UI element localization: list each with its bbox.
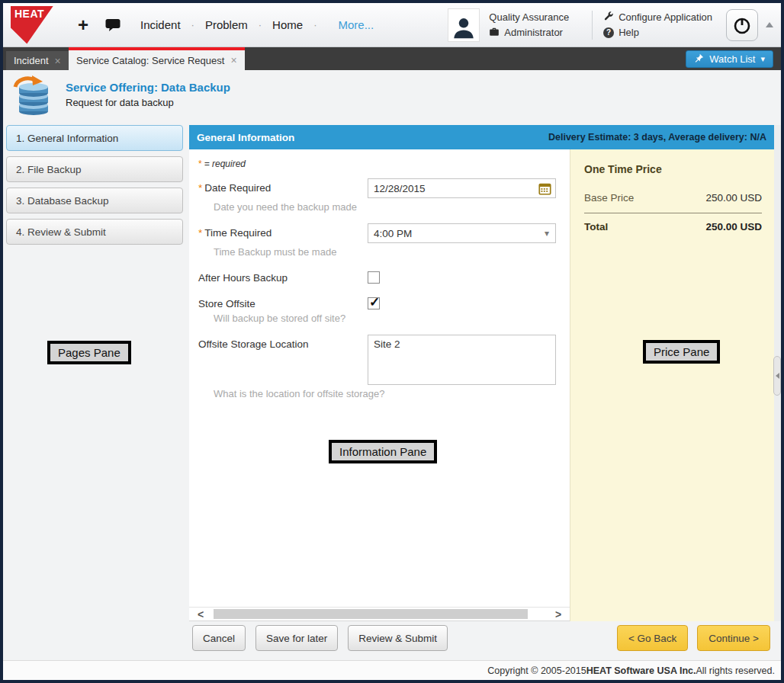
required-note-text: = required bbox=[204, 159, 246, 169]
watch-list-label: Watch List bbox=[709, 53, 755, 65]
required-asterisk: * bbox=[198, 159, 202, 169]
company-name: HEAT Software USA Inc. bbox=[586, 665, 696, 676]
delivery-estimate: Delivery Estimate: 3 days, Average deliv… bbox=[548, 132, 766, 143]
price-pane-annotation: Price Pane bbox=[643, 340, 720, 364]
price-title: One Time Price bbox=[584, 163, 762, 175]
pages-pane-annotation: Pages Pane bbox=[47, 341, 131, 364]
configure-application-link[interactable]: Configure Application bbox=[619, 11, 712, 23]
tab-label: Service Catalog: Service Request bbox=[76, 55, 224, 66]
copyright-suffix: All rights reserved. bbox=[696, 665, 775, 676]
user-name: Quality Assurance bbox=[489, 11, 569, 23]
copyright-prefix: Copyright © 2005-2015 bbox=[487, 665, 586, 676]
field-hint-store-offsite: Will backup be stored off site? bbox=[214, 313, 561, 324]
menu-separator: · bbox=[259, 19, 262, 30]
time-required-select[interactable]: 4:00 PM ▾ bbox=[368, 223, 556, 243]
user-role: Administrator bbox=[504, 27, 563, 38]
help-link[interactable]: Help bbox=[619, 27, 639, 38]
page-step-database-backup[interactable]: 3. Database Backup bbox=[6, 188, 183, 213]
admin-links: Configure Application ? Help bbox=[603, 10, 712, 40]
page-step-file-backup[interactable]: 2. File Backup bbox=[6, 156, 183, 182]
page-subtitle: Request for data backup bbox=[66, 97, 230, 108]
menu-item-home[interactable]: Home bbox=[272, 18, 303, 31]
continue-button[interactable]: Continue > bbox=[697, 625, 770, 651]
right-edge-strip bbox=[774, 125, 781, 621]
review-submit-button[interactable]: Review & Submit bbox=[348, 625, 448, 651]
topbar-right-cluster: Quality Assurance Administrator Co bbox=[448, 8, 773, 42]
section-title: General Information bbox=[197, 132, 294, 143]
information-pane: *= required *Date Required bbox=[189, 149, 570, 621]
menu-separator: · bbox=[313, 19, 316, 30]
power-icon bbox=[732, 15, 752, 35]
menu-item-more[interactable]: More... bbox=[338, 18, 374, 31]
top-bar: HEAT + Incident · Problem · Home · More.… bbox=[3, 3, 781, 47]
collapse-up-icon[interactable] bbox=[766, 22, 773, 27]
page-step-general-information[interactable]: 1. General Information bbox=[6, 125, 183, 151]
cancel-button[interactable]: Cancel bbox=[192, 625, 246, 651]
field-label-offsite-location: Offsite Storage Location bbox=[198, 335, 368, 350]
user-info[interactable]: Quality Assurance Administrator bbox=[489, 10, 569, 40]
field-label-after-hours: After Hours Backup bbox=[198, 268, 368, 284]
offsite-storage-location-textarea[interactable]: Site 2 bbox=[368, 335, 555, 384]
offering-header: Service Offering: Data Backup Request fo… bbox=[11, 75, 230, 120]
after-hours-backup-checkbox[interactable] bbox=[368, 271, 380, 284]
field-hint-time: Time Backup must be made bbox=[214, 246, 561, 258]
close-icon[interactable]: × bbox=[230, 54, 236, 66]
pane-collapse-handle[interactable] bbox=[773, 356, 781, 396]
tab-service-catalog[interactable]: Service Catalog: Service Request × bbox=[69, 47, 245, 70]
scrollbar-thumb[interactable] bbox=[214, 609, 528, 619]
menu-item-incident[interactable]: Incident bbox=[140, 18, 181, 31]
heat-logo[interactable]: HEAT bbox=[11, 6, 53, 44]
pin-icon bbox=[694, 53, 704, 66]
required-note: *= required bbox=[198, 159, 561, 169]
information-pane-annotation: Information Pane bbox=[329, 440, 437, 463]
base-price-label: Base Price bbox=[584, 192, 634, 204]
close-icon[interactable]: × bbox=[55, 55, 61, 67]
store-offsite-checkbox[interactable]: ✓ bbox=[368, 297, 380, 309]
chat-icon[interactable] bbox=[105, 18, 120, 32]
footer: Copyright © 2005-2015 HEAT Software USA … bbox=[3, 660, 781, 680]
scroll-right-icon[interactable]: > bbox=[550, 608, 567, 621]
save-for-later-button[interactable]: Save for later bbox=[255, 625, 338, 651]
menu-item-problem[interactable]: Problem bbox=[205, 18, 248, 31]
section-header: General Information Delivery Estimate: 3… bbox=[189, 125, 774, 149]
base-price-value: 250.00 USD bbox=[705, 192, 762, 204]
heat-logo-text: HEAT bbox=[14, 8, 44, 20]
tab-bar: Incident × Service Catalog: Service Requ… bbox=[3, 47, 781, 70]
caret-down-icon: ▾ bbox=[545, 228, 549, 239]
field-label-store-offsite: Store Offsite bbox=[198, 294, 368, 309]
menu-separator: · bbox=[191, 19, 194, 30]
date-required-input[interactable] bbox=[368, 179, 555, 197]
checkmark-icon: ✓ bbox=[369, 294, 380, 310]
scroll-left-icon[interactable]: < bbox=[192, 608, 209, 621]
main-area: Service Offering: Data Backup Request fo… bbox=[3, 70, 781, 680]
form-actions: Cancel Save for later Review & Submit bbox=[192, 625, 448, 651]
field-label-date-required: *Date Required bbox=[198, 178, 368, 194]
logout-button[interactable] bbox=[726, 9, 758, 41]
caret-down-icon: ▾ bbox=[760, 54, 765, 64]
help-icon: ? bbox=[603, 27, 614, 38]
required-asterisk: * bbox=[198, 182, 202, 194]
price-pane: One Time Price Base Price 250.00 USD Tot… bbox=[570, 149, 774, 621]
tab-incident[interactable]: Incident × bbox=[6, 51, 69, 70]
total-label: Total bbox=[584, 221, 608, 232]
user-avatar[interactable] bbox=[448, 8, 480, 42]
app-window: HEAT + Incident · Problem · Home · More.… bbox=[0, 0, 784, 683]
wrench-icon bbox=[603, 11, 614, 24]
field-label-time-required: *Time Required bbox=[198, 223, 368, 239]
required-asterisk: * bbox=[198, 227, 202, 239]
time-required-value: 4:00 PM bbox=[374, 228, 412, 239]
new-record-button[interactable]: + bbox=[78, 16, 88, 34]
calendar-icon[interactable] bbox=[538, 182, 551, 197]
page-title: Service Offering: Data Backup bbox=[66, 81, 230, 94]
field-hint-offsite-location: What is the location for offsite storage… bbox=[214, 388, 561, 399]
field-hint-date: Date you need the backup made bbox=[214, 201, 561, 213]
total-value: 250.00 USD bbox=[705, 221, 762, 232]
app-surface: HEAT + Incident · Problem · Home · More.… bbox=[3, 3, 781, 680]
page-step-review-submit[interactable]: 4. Review & Submit bbox=[6, 219, 183, 245]
database-icon bbox=[11, 75, 53, 120]
go-back-button[interactable]: < Go Back bbox=[617, 625, 688, 651]
topbar-divider bbox=[592, 11, 593, 40]
watch-list-button[interactable]: Watch List ▾ bbox=[686, 50, 773, 68]
tab-label: Incident bbox=[14, 55, 49, 66]
briefcase-icon bbox=[489, 27, 500, 39]
